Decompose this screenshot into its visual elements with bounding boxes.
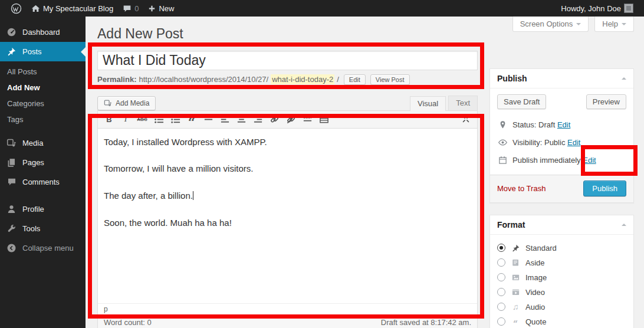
sidebar-item-tags[interactable]: Tags xyxy=(0,111,86,127)
italic-button[interactable]: I xyxy=(118,112,133,126)
format-option-audio[interactable]: ♫ Audio xyxy=(497,300,626,314)
horizontal-rule-icon xyxy=(203,114,213,124)
comments-menu[interactable]: 0 xyxy=(118,0,143,17)
format-label: Standard xyxy=(525,244,557,252)
permalink-slug[interactable]: what-i-did-today-2 xyxy=(271,74,334,84)
add-media-label: Add Media xyxy=(116,99,149,107)
tab-text[interactable]: Text xyxy=(448,96,478,110)
wordpress-logo-menu[interactable] xyxy=(6,0,27,17)
sidebar-item-collapse-menu[interactable]: Collapse menu xyxy=(0,238,86,258)
admin-bar: My Spectacular Blog 0 New Howdy, John Do… xyxy=(0,0,644,17)
format-metabox-header[interactable]: Format xyxy=(490,215,633,235)
sidebar-item-posts[interactable]: Posts xyxy=(0,42,86,61)
radio-image[interactable] xyxy=(497,273,505,281)
sidebar-label: Profile xyxy=(22,205,44,214)
account-menu[interactable]: Howdy, John Doe xyxy=(556,0,638,17)
toolbar-toggle-button[interactable] xyxy=(316,112,331,126)
publish-button[interactable]: Publish xyxy=(583,181,626,196)
fullscreen-button[interactable] xyxy=(458,112,474,126)
word-count: Word count: 0 xyxy=(104,318,152,327)
collapse-icon[interactable] xyxy=(622,221,626,226)
calendar-icon xyxy=(497,156,508,165)
align-left-button[interactable] xyxy=(217,112,232,126)
sidebar-item-profile[interactable]: Profile xyxy=(0,199,86,219)
avatar xyxy=(624,4,633,13)
more-tag-icon xyxy=(303,114,313,124)
bold-button[interactable]: B xyxy=(101,112,117,126)
sidebar-item-media[interactable]: Media xyxy=(0,133,86,153)
audio-icon: ♫ xyxy=(510,303,521,311)
edit-visibility-link[interactable]: Edit xyxy=(567,138,580,147)
format-label: Video xyxy=(525,288,545,297)
screen-options-tab[interactable]: Screen Options xyxy=(512,17,589,32)
view-post-button[interactable]: View Post xyxy=(370,74,410,85)
radio-quote[interactable] xyxy=(497,317,505,326)
editor-paragraph: Today, I installed Wordpress with XAMPP. xyxy=(104,137,471,148)
sidebar-label: Comments xyxy=(22,178,60,186)
sidebar-item-dashboard[interactable]: Dashboard xyxy=(0,22,86,42)
insert-link-button[interactable] xyxy=(267,112,282,126)
home-icon xyxy=(31,4,40,13)
site-name-menu[interactable]: My Spectacular Blog xyxy=(27,0,118,17)
menu-separator xyxy=(0,191,86,199)
help-tab[interactable]: Help xyxy=(594,17,634,32)
move-to-trash-link[interactable]: Move to Trash xyxy=(497,184,546,193)
format-option-quote[interactable]: “ Quote xyxy=(497,314,626,328)
post-editor: B I ABC “ xyxy=(97,110,478,328)
format-option-video[interactable]: Video xyxy=(497,285,626,300)
comment-count: 0 xyxy=(134,4,139,13)
comments-icon xyxy=(6,177,17,186)
tab-visual[interactable]: Visual xyxy=(410,96,446,111)
edit-status-link[interactable]: Edit xyxy=(557,120,570,129)
preview-button[interactable]: Preview xyxy=(586,94,626,109)
editor-element-path[interactable]: p xyxy=(98,303,477,315)
text-cursor xyxy=(193,191,193,200)
remove-link-button[interactable] xyxy=(283,112,298,126)
permalink-trailing-slash: / xyxy=(337,75,339,84)
blockquote-button[interactable]: “ xyxy=(184,112,199,126)
radio-aside[interactable] xyxy=(497,258,505,267)
bullet-list-button[interactable] xyxy=(151,112,166,126)
numbered-list-button[interactable] xyxy=(167,112,183,126)
pushpin-icon xyxy=(6,47,17,57)
editor-paragraph: Tomorrow, I will have a million visitors… xyxy=(104,163,471,175)
permalink-base: http://localhost/wordpress/2014/10/27/ xyxy=(139,75,268,84)
sidebar-item-all-posts[interactable]: All Posts xyxy=(0,64,86,80)
collapse-icon[interactable] xyxy=(622,75,626,80)
fullscreen-icon xyxy=(461,114,471,124)
schedule-text: Publish immediately xyxy=(512,156,581,165)
post-title-input[interactable] xyxy=(97,51,478,70)
sidebar-item-tools[interactable]: Tools xyxy=(0,219,86,238)
editor-paragraph: The day after, a billion. xyxy=(104,191,471,202)
publish-metabox-header[interactable]: Publish xyxy=(490,69,633,88)
bold-icon: B xyxy=(106,115,111,124)
align-center-button[interactable] xyxy=(234,112,249,126)
horizontal-rule-button[interactable] xyxy=(201,112,216,126)
aside-icon xyxy=(510,258,521,267)
site-name: My Spectacular Blog xyxy=(43,4,113,13)
sidebar-item-categories[interactable]: Categories xyxy=(0,96,86,111)
format-option-image[interactable]: Image xyxy=(497,270,626,285)
sidebar-item-comments[interactable]: Comments xyxy=(0,172,86,191)
edit-schedule-link[interactable]: Edit xyxy=(583,156,596,165)
save-draft-button[interactable]: Save Draft xyxy=(497,94,546,109)
edit-permalink-button[interactable]: Edit xyxy=(344,74,366,85)
format-option-standard[interactable]: Standard xyxy=(497,241,626,255)
align-right-icon xyxy=(253,114,263,124)
publish-metabox: Publish Save Draft Preview Status: Draft xyxy=(489,68,634,203)
sidebar-item-pages[interactable]: Pages xyxy=(0,153,86,172)
new-content-menu[interactable]: New xyxy=(143,0,179,17)
radio-video[interactable] xyxy=(497,288,505,296)
visibility-value: Public xyxy=(544,138,565,147)
status-pin-icon xyxy=(497,120,508,129)
strikethrough-button[interactable]: ABC xyxy=(134,112,150,126)
align-right-button[interactable] xyxy=(250,112,265,126)
add-media-button[interactable]: Add Media xyxy=(97,96,156,110)
format-option-aside[interactable]: Aside xyxy=(497,255,626,270)
editor-content[interactable]: Today, I installed Wordpress with XAMPP.… xyxy=(98,129,477,303)
radio-audio[interactable] xyxy=(497,303,505,311)
sidebar-label: Pages xyxy=(22,158,44,167)
sidebar-item-add-new[interactable]: Add New xyxy=(0,80,86,96)
more-tag-button[interactable] xyxy=(300,112,315,126)
radio-standard[interactable] xyxy=(497,244,505,252)
